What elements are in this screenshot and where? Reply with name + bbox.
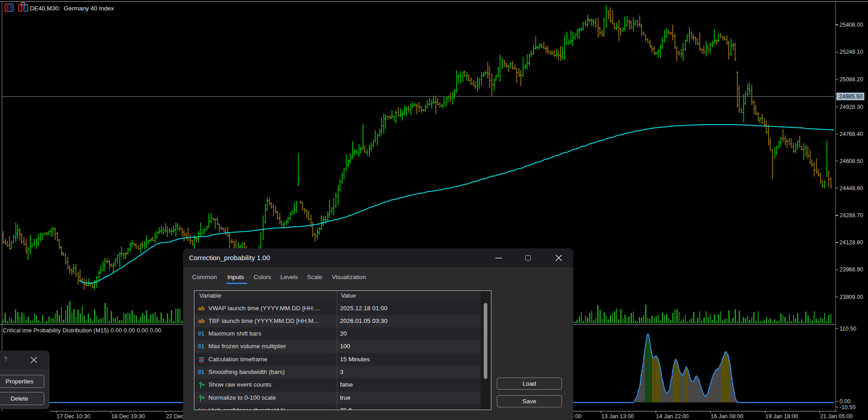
svg-text:24768.40: 24768.40	[840, 131, 863, 137]
svg-text:24985.50: 24985.50	[839, 93, 863, 100]
svg-text:14 Jan 22:00: 14 Jan 22:00	[656, 413, 689, 420]
svg-text:13 Jan 13:00: 13 Jan 13:00	[601, 413, 634, 420]
svg-text:17 Dec 10:30: 17 Dec 10:30	[57, 413, 90, 420]
svg-text:19 Jan 18:00: 19 Jan 18:00	[765, 413, 798, 420]
svg-text:23968.90: 23968.90	[840, 266, 863, 273]
svg-text:0.00: 0.00	[840, 398, 850, 405]
svg-text:21 Jan 05:00: 21 Jan 05:00	[820, 413, 853, 420]
svg-text:16 Jan 08:00: 16 Jan 08:00	[711, 413, 743, 420]
svg-text:24288.70: 24288.70	[840, 212, 863, 219]
svg-text:24448.60: 24448.60	[840, 185, 863, 191]
svg-text:-10.50: -10.50	[840, 404, 855, 411]
svg-text:110.50: 110.50	[840, 326, 856, 332]
svg-text:DE40,M30: Germany 40 Index: DE40,M30: Germany 40 Index	[30, 5, 114, 12]
svg-text:18 Dec 19:30: 18 Dec 19:30	[111, 413, 145, 420]
svg-text:23809.00: 23809.00	[840, 294, 863, 300]
svg-text:24608.50: 24608.50	[840, 158, 863, 164]
svg-text:25408.00: 25408.00	[840, 22, 863, 28]
svg-text:25248.10: 25248.10	[840, 49, 863, 55]
svg-text:25088.20: 25088.20	[840, 76, 863, 83]
svg-text:Critical ime Probability Distr: Critical ime Probability Distribution (M…	[3, 327, 161, 334]
svg-text:24128.80: 24128.80	[840, 239, 863, 246]
svg-text:24928.30: 24928.30	[840, 104, 863, 110]
